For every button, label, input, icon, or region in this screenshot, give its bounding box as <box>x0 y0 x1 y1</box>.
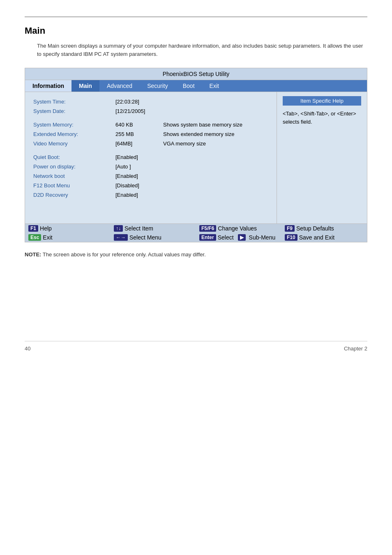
status-row-2: Esc Exit ←→ Select Menu Enter Select ▶ S… <box>25 233 367 242</box>
bios-field-power-display[interactable]: Power on display: [Auto ] <box>33 164 268 170</box>
status-cell-f9: F9 Setup Defaults <box>281 224 367 233</box>
nav-item-boot[interactable]: Boot <box>175 80 202 92</box>
bios-field-video-memory[interactable]: Video Memory [64MB] VGA memory size <box>33 140 268 147</box>
field-value-network-boot: [Enabled] <box>115 173 157 179</box>
bios-field-d2d-recovery[interactable]: D2D Recovery [Enabled] <box>33 192 268 198</box>
field-label-f12-boot-menu: F12 Boot Menu <box>33 182 115 189</box>
page-title: Main <box>25 25 367 36</box>
nav-item-information[interactable]: Information <box>25 80 71 92</box>
bios-field-system-date[interactable]: System Date: [12/21/2005] <box>33 108 268 114</box>
status-cell-lr-arrows: ←→ Select Menu <box>111 233 196 242</box>
bios-nav-bar: Information Main Advanced Security Boot … <box>25 80 367 92</box>
status-row-1: F1 Help ↑↓ Select Item F5/F6 Change Valu… <box>25 224 367 233</box>
field-value-system-date: [12/21/2005] <box>115 108 157 114</box>
field-value-quiet-boot: [Enabled] <box>115 154 157 160</box>
field-value-d2d-recovery: [Enabled] <box>115 192 157 198</box>
key-f1: F1 <box>28 225 38 232</box>
bios-content-area: System Time: [22:03:28] System Date: [12… <box>25 92 367 223</box>
field-desc-system-memory: Shows system base memory size <box>163 122 242 128</box>
key-f10-label: Save and Exit <box>299 234 334 241</box>
field-label-system-time: System Time: <box>33 99 115 105</box>
field-value-system-time: [22:03:28] <box>115 99 157 105</box>
bios-title-bar: PhoenixBIOS Setup Utility <box>25 68 367 80</box>
key-esc-label: Exit <box>43 234 52 241</box>
bios-field-system-time[interactable]: System Time: [22:03:28] <box>33 99 268 105</box>
field-label-extended-memory: Extended Memory: <box>33 131 115 137</box>
key-f1-label: Help <box>40 225 52 232</box>
status-cell-f5f6: F5/F6 Change Values <box>196 224 281 233</box>
field-value-video-memory: [64MB] <box>115 140 157 147</box>
nav-item-main[interactable]: Main <box>71 80 99 92</box>
field-label-system-date: System Date: <box>33 108 115 114</box>
status-cell-arrows: ↑↓ Select Item <box>111 224 196 233</box>
nav-item-advanced[interactable]: Advanced <box>99 80 140 92</box>
field-desc-extended-memory: Shows extended memory size <box>163 131 234 137</box>
key-submenu-label: Sub-Menu <box>249 234 276 241</box>
note-text: NOTE: The screen above is for your refer… <box>25 251 367 259</box>
key-f10: F10 <box>285 234 297 241</box>
key-submenu-arrow: ▶ <box>238 234 246 241</box>
bios-status-bar: F1 Help ↑↓ Select Item F5/F6 Change Valu… <box>25 223 367 242</box>
field-value-f12-boot-menu: [Disabled] <box>115 182 157 189</box>
status-cell-esc: Esc Exit <box>25 233 111 242</box>
help-panel-text: <Tab>, <Shift-Tab>, or <Enter> selects f… <box>283 110 361 126</box>
key-arrows: ↑↓ <box>114 225 123 232</box>
key-esc: Esc <box>28 234 41 241</box>
key-lr-arrows-label: Select Menu <box>129 234 161 241</box>
bios-field-extended-memory[interactable]: Extended Memory: 255 MB Shows extended m… <box>33 131 268 137</box>
page-description: The Main screen displays a summary of yo… <box>37 42 367 58</box>
field-label-network-boot: Network boot <box>33 173 115 179</box>
bios-setup-box: PhoenixBIOS Setup Utility Information Ma… <box>25 68 367 242</box>
field-label-video-memory: Video Memory <box>33 140 115 147</box>
bios-help-panel: Item Specific Help <Tab>, <Shift-Tab>, o… <box>277 92 367 223</box>
bios-main-panel: System Time: [22:03:28] System Date: [12… <box>25 92 277 223</box>
bios-field-quiet-boot[interactable]: Quiet Boot: [Enabled] <box>33 154 268 160</box>
field-label-system-memory: System Memory: <box>33 122 115 128</box>
nav-item-security[interactable]: Security <box>140 80 175 92</box>
field-label-power-display: Power on display: <box>33 164 115 170</box>
field-label-quiet-boot: Quiet Boot: <box>33 154 115 160</box>
key-f5f6: F5/F6 <box>199 225 216 232</box>
bios-field-system-memory[interactable]: System Memory: 640 KB Shows system base … <box>33 122 268 128</box>
footer-chapter: Chapter 2 <box>344 345 367 352</box>
field-label-d2d-recovery: D2D Recovery <box>33 192 115 198</box>
key-f9-label: Setup Defaults <box>296 225 334 232</box>
field-value-extended-memory: 255 MB <box>115 131 157 137</box>
status-cell-enter: Enter Select ▶ Sub-Menu <box>196 233 281 242</box>
field-value-power-display: [Auto ] <box>115 164 157 170</box>
field-value-system-memory: 640 KB <box>115 122 157 128</box>
bios-field-f12-boot-menu[interactable]: F12 Boot Menu [Disabled] <box>33 182 268 189</box>
footer-page-number: 40 <box>25 345 30 352</box>
key-f9: F9 <box>285 225 295 232</box>
nav-item-exit[interactable]: Exit <box>202 80 226 92</box>
status-rows: F1 Help ↑↓ Select Item F5/F6 Change Valu… <box>25 224 367 242</box>
key-enter-label: Select <box>218 234 234 241</box>
bios-field-network-boot[interactable]: Network boot [Enabled] <box>33 173 268 179</box>
key-enter: Enter <box>199 234 216 241</box>
key-f5f6-label: Change Values <box>218 225 257 232</box>
key-arrows-label: Select Item <box>125 225 153 232</box>
help-panel-title: Item Specific Help <box>283 96 361 106</box>
status-cell-f1: F1 Help <box>25 224 111 233</box>
page-footer: 40 Chapter 2 <box>25 341 367 352</box>
key-lr-arrows: ←→ <box>114 234 128 241</box>
field-desc-video-memory: VGA memory size <box>163 140 206 147</box>
status-cell-f10: F10 Save and Exit <box>281 233 367 242</box>
